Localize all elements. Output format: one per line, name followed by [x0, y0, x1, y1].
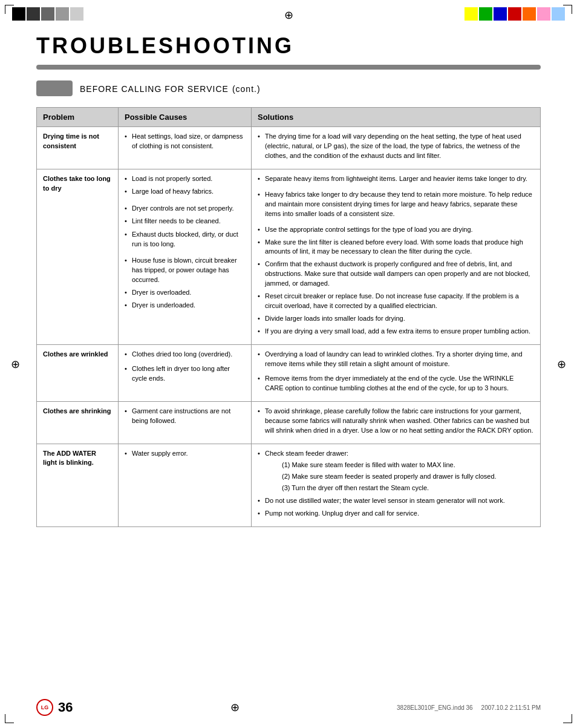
list-item: Heat settings, load size, or dampness of…	[125, 132, 245, 151]
list-item: Use the appropriate control settings for…	[258, 225, 534, 235]
list-item: Dryer controls are not set properly.	[125, 204, 245, 214]
list-item: Exhaust ducts blocked, dirty, or duct ru…	[125, 230, 245, 249]
footer-info: 3828EL3010F_ENG.indd 36 2007.10.2 2:11:5…	[397, 704, 541, 711]
section-header: BEFORE CALLING FOR SERVICE (cont.)	[36, 80, 541, 96]
page-title: TROUBLESHOOTING	[36, 33, 541, 59]
table-row: Clothes are wrinkled Clothes dried too l…	[37, 344, 541, 401]
footer-file: 3828EL3010F_ENG.indd 36	[397, 704, 473, 711]
list-item: Clothes left in dryer too long after cyc…	[125, 364, 245, 384]
table-row: Clothes are shrinking Garment care instr…	[37, 401, 541, 444]
troubleshooting-table: Problem Possible Causes Solutions Drying…	[36, 107, 541, 527]
list-item: Divide larger loads into smaller loads f…	[258, 314, 534, 324]
section-tag	[36, 80, 73, 96]
color-bar-right	[465, 7, 565, 21]
causes-cell: Load is not properly sorted. Large load …	[119, 169, 252, 344]
list-item: (2) Make sure steam feeder is seated pro…	[271, 472, 534, 482]
solutions-list: The drying time for a load will vary dep…	[258, 132, 534, 161]
problem-cell: Clothes are wrinkled	[37, 344, 119, 401]
footer-date: 2007.10.2 2:11:51 PM	[481, 704, 541, 711]
page-number: 36	[58, 700, 73, 715]
list-item: To avoid shrinkage, please carefully fol…	[258, 407, 534, 436]
causes-cell: Clothes dried too long (overdried). Clot…	[119, 344, 252, 401]
list-item: (1) Make sure steam feeder is filled wit…	[271, 461, 534, 470]
problem-cell: Clothes are shrinking	[37, 401, 119, 444]
swatch-black	[12, 7, 25, 21]
list-item: Lint filter needs to be cleaned.	[125, 217, 245, 226]
swatch-pale-gray	[70, 7, 83, 21]
solutions-cell: Separate heavy items from lightweight it…	[252, 169, 541, 344]
swatch-blue	[494, 7, 507, 21]
swatch-light-gray	[56, 7, 69, 21]
list-item: Clothes dried too long (overdried).	[125, 350, 245, 359]
solutions-list: Overdrying a load of laundry can lead to…	[258, 350, 534, 393]
table-header-row: Problem Possible Causes Solutions	[37, 108, 541, 127]
table-row: The ADD WATER light is blinking. Water s…	[37, 444, 541, 527]
registration-mark-right: ⊕	[557, 358, 566, 371]
section-title: BEFORE CALLING FOR SERVICE (cont.)	[80, 82, 261, 95]
registration-mark-bottom-center: ⊕	[230, 701, 240, 714]
registration-mark-top: ⊕	[284, 8, 293, 22]
problem-cell: The ADD WATER light is blinking.	[37, 444, 119, 527]
solutions-cell: To avoid shrinkage, please carefully fol…	[252, 401, 541, 444]
swatch-green	[479, 7, 492, 21]
list-item: Check steam feeder drawer: (1) Make sure…	[258, 449, 534, 494]
causes-list: Load is not properly sorted. Large load …	[125, 174, 245, 310]
list-item: The drying time for a load will vary dep…	[258, 132, 534, 161]
list-item: Do not use distilled water; the water le…	[258, 496, 534, 506]
col-header-causes: Possible Causes	[119, 108, 252, 127]
list-item: Heavy fabrics take longer to dry because…	[258, 190, 534, 219]
swatch-red	[508, 7, 521, 21]
list-item: (3) Turn the dryer off then restart the …	[271, 484, 534, 493]
causes-list: Clothes dried too long (overdried). Clot…	[125, 350, 245, 384]
list-item: Water supply error.	[125, 449, 245, 459]
swatch-pink	[537, 7, 550, 21]
list-item: Separate heavy items from lightweight it…	[258, 174, 534, 184]
col-header-problem: Problem	[37, 108, 119, 127]
title-rule	[36, 65, 541, 70]
causes-cell: Water supply error.	[119, 444, 252, 527]
swatch-dark-gray	[27, 7, 40, 21]
table-row: Clothes take too long to dry Load is not…	[37, 169, 541, 344]
list-item: Dryer is overloaded.	[125, 288, 245, 298]
swatch-mid-gray	[41, 7, 54, 21]
solutions-list: Check steam feeder drawer: (1) Make sure…	[258, 449, 534, 519]
solutions-cell: Overdrying a load of laundry can lead to…	[252, 344, 541, 401]
list-item: Confirm that the exhaust ductwork is pro…	[258, 260, 534, 289]
list-item: Garment care instructions are not being …	[125, 407, 245, 426]
solutions-cell: Check steam feeder drawer: (1) Make sure…	[252, 444, 541, 527]
list-item: Dryer is underloaded.	[125, 301, 245, 310]
causes-list: Garment care instructions are not being …	[125, 407, 245, 426]
list-item: Pump not working. Unplug dryer and call …	[258, 509, 534, 519]
causes-list: Water supply error.	[125, 449, 245, 459]
causes-cell: Heat settings, load size, or dampness of…	[119, 127, 252, 169]
color-bar-left	[12, 7, 83, 21]
causes-cell: Garment care instructions are not being …	[119, 401, 252, 444]
registration-mark-left: ⊕	[11, 358, 20, 371]
list-item: Overdrying a load of laundry can lead to…	[258, 350, 534, 369]
footer: LG 36 ⊕ 3828EL3010F_ENG.indd 36 2007.10.…	[0, 699, 577, 716]
list-item: Reset circuit breaker or replace fuse. D…	[258, 292, 534, 311]
problem-cell: Drying time is not consistent	[37, 127, 119, 169]
swatch-light-blue	[552, 7, 565, 21]
causes-list: Heat settings, load size, or dampness of…	[125, 132, 245, 151]
col-header-solutions: Solutions	[252, 108, 541, 127]
solutions-list: Separate heavy items from lightweight it…	[258, 174, 534, 336]
footer-left: LG 36	[36, 699, 73, 716]
page-content: TROUBLESHOOTING BEFORE CALLING FOR SERVI…	[0, 0, 577, 563]
problem-cell: Clothes take too long to dry	[37, 169, 119, 344]
lg-logo: LG	[36, 699, 53, 716]
solutions-cell: The drying time for a load will vary dep…	[252, 127, 541, 169]
list-item: Make sure the lint filter is cleaned bef…	[258, 238, 534, 257]
list-item: Load is not properly sorted.	[125, 174, 245, 184]
list-item: Remove items from the dryer immediately …	[258, 374, 534, 393]
swatch-orange	[523, 7, 536, 21]
list-item: Large load of heavy fabrics.	[125, 187, 245, 197]
list-item: If you are drying a very small load, add…	[258, 327, 534, 336]
solutions-list: To avoid shrinkage, please carefully fol…	[258, 407, 534, 436]
list-item: House fuse is blown, circuit breaker has…	[125, 256, 245, 285]
table-row: Drying time is not consistent Heat setti…	[37, 127, 541, 169]
sub-list: (1) Make sure steam feeder is filled wit…	[271, 461, 534, 493]
swatch-yellow	[465, 7, 478, 21]
